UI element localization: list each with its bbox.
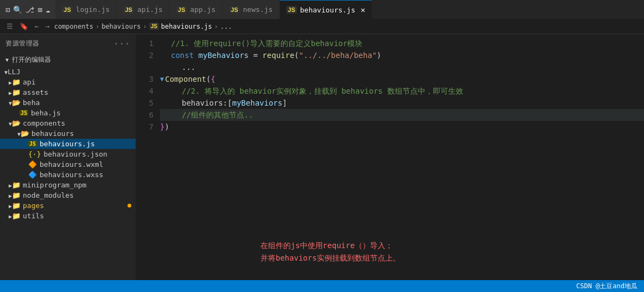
folder-icon: 📁 bbox=[12, 212, 21, 220]
line-num-1: 1 bbox=[136, 37, 154, 49]
code-var: myBehaviors bbox=[199, 49, 249, 61]
bc-js-icon: JS bbox=[149, 23, 159, 30]
modified-badge bbox=[127, 204, 131, 207]
main-area: 资源管理器 ··· 打开的编辑器 LLJ 📁 api 📁 assets 📂 be… bbox=[0, 34, 644, 280]
folder-open-icon: 📂 bbox=[12, 119, 21, 127]
folder-label: miniprogram_npm bbox=[23, 181, 136, 189]
code-paren: ) bbox=[164, 121, 169, 133]
breadcrumb-sep2: › bbox=[143, 23, 146, 30]
tab-api[interactable]: JS api.js bbox=[117, 0, 169, 19]
js-file-badge: JS bbox=[176, 6, 187, 14]
file-label: behaviours.wxss bbox=[40, 171, 136, 179]
js-file-badge: JS bbox=[229, 6, 239, 14]
code-line-ellipsis: ... bbox=[160, 61, 644, 73]
sidebar-item-behaviours-json[interactable]: {·} behaviours.json bbox=[0, 149, 136, 159]
tab-label: app.js bbox=[190, 5, 215, 14]
code-bracket: { bbox=[211, 73, 215, 85]
sidebar-item-behaviours-js[interactable]: JS behaviours.js bbox=[0, 139, 136, 149]
sidebar-title: 资源管理器 bbox=[5, 39, 40, 48]
code-comment: //2. 将导入的 behavior实例对象，挂载到 behaviors 数组节… bbox=[160, 85, 463, 97]
search-icon[interactable]: 🔍 bbox=[13, 5, 22, 14]
sidebar-item-behaviours-wxml[interactable]: 🔶 behaviours.wxml bbox=[0, 159, 136, 170]
wxml-file-icon: 🔶 bbox=[28, 160, 37, 168]
line-num-blank bbox=[136, 61, 154, 73]
folder-icon: 📁 bbox=[12, 181, 21, 189]
sidebar-item-behaviours-wxss[interactable]: 🔷 behaviours.wxss bbox=[0, 170, 136, 180]
folder-label: api bbox=[23, 78, 136, 86]
close-icon[interactable]: ✕ bbox=[361, 5, 365, 14]
js-file-icon: JS bbox=[28, 141, 37, 147]
sidebar-header: 资源管理器 ··· bbox=[0, 34, 136, 53]
sidebar-item-pages[interactable]: 📁 pages bbox=[0, 200, 136, 211]
activity-bar-icons: ⊡ 🔍 ⎇ ⊞ ☁ bbox=[0, 0, 55, 19]
breadcrumb-behaviours-folder[interactable]: behaviours bbox=[101, 23, 141, 30]
sidebar-item-components[interactable]: 📂 components bbox=[0, 118, 136, 128]
breadcrumb-components[interactable]: components bbox=[54, 23, 93, 30]
code-lines: //1. 使用require()导入需要的自定义behavior模块 const… bbox=[160, 36, 644, 278]
breadcrumb-current-file[interactable]: behaviours.js bbox=[161, 23, 212, 30]
line-num-3: 3 bbox=[136, 73, 154, 85]
code-line-3: ▼ Component ( { bbox=[160, 73, 644, 85]
file-label: behaviours.wxml bbox=[40, 160, 136, 168]
forward-icon[interactable]: → bbox=[43, 22, 52, 30]
sidebar-item-behaviours-folder[interactable]: 📂 behaviours bbox=[0, 128, 136, 139]
code-line-2: const myBehaviors = require ( "../../beh… bbox=[160, 49, 644, 61]
folder-label: node_modules bbox=[23, 191, 136, 199]
annotation-line1: 在组件的js中使用require（）导入； bbox=[260, 239, 400, 251]
code-prop: behaviors: bbox=[160, 97, 227, 109]
code-line-6: //组件的其他节点.. bbox=[160, 109, 644, 121]
sidebar-item-assets[interactable]: 📁 assets bbox=[0, 87, 136, 98]
line-num-7: 7 bbox=[136, 121, 154, 133]
remote-icon[interactable]: ☁ bbox=[46, 5, 50, 14]
folder-icon: 📁 bbox=[12, 88, 21, 96]
tab-news[interactable]: JS news.js bbox=[222, 0, 279, 19]
code-bracket-open: [ bbox=[227, 97, 232, 109]
fold-arrow-icon[interactable]: ▼ bbox=[160, 73, 164, 85]
file-label: behaviours.js bbox=[40, 140, 136, 148]
js-file-badge: JS bbox=[62, 6, 72, 14]
annotation-line2: 并将behaviors实例挂载到数组节点上。 bbox=[260, 252, 400, 264]
folder-label: behaviours bbox=[31, 129, 136, 138]
tab-label: api.js bbox=[137, 5, 163, 14]
bookmark-icon[interactable]: 🔖 bbox=[17, 22, 30, 30]
wxss-file-icon: 🔷 bbox=[28, 171, 37, 179]
code-paren-close: ) bbox=[377, 49, 381, 61]
sidebar-item-utils[interactable]: 📁 utils bbox=[0, 211, 136, 221]
code-line-5: behaviors: [ myBehaviors ] bbox=[160, 97, 644, 109]
source-control-icon[interactable]: ⎇ bbox=[25, 5, 34, 14]
sidebar-item-api[interactable]: 📁 api bbox=[0, 77, 136, 87]
files-icon[interactable]: ⊡ bbox=[5, 5, 10, 14]
breadcrumb-bar: ☰ 🔖 ← → components › behaviours › JS beh… bbox=[0, 19, 644, 34]
code-paren: ( bbox=[295, 49, 299, 61]
open-editors-section[interactable]: 打开的编辑器 bbox=[0, 53, 136, 67]
sidebar-item-beha-js[interactable]: JS beha.js bbox=[0, 108, 136, 118]
extensions-icon[interactable]: ⊞ bbox=[37, 5, 42, 14]
code-comment: //组件的其他节点.. bbox=[160, 109, 253, 121]
tab-app[interactable]: JS app.js bbox=[170, 0, 222, 19]
folder-label: components bbox=[23, 119, 136, 127]
tab-login[interactable]: JS login.js bbox=[55, 0, 117, 19]
tab-label: behaviours.js bbox=[300, 6, 355, 14]
code-line-1: //1. 使用require()导入需要的自定义behavior模块 bbox=[160, 37, 644, 49]
line-num-5: 5 bbox=[136, 97, 154, 109]
sidebar-item-beha[interactable]: 📂 beha bbox=[0, 98, 136, 108]
sidebar: 资源管理器 ··· 打开的编辑器 LLJ 📁 api 📁 assets 📂 be… bbox=[0, 34, 136, 280]
back-icon[interactable]: ← bbox=[33, 22, 41, 30]
list-icon[interactable]: ☰ bbox=[4, 22, 15, 30]
project-root[interactable]: LLJ bbox=[0, 67, 136, 77]
code-function: require bbox=[263, 49, 295, 61]
more-icon[interactable]: ··· bbox=[113, 38, 130, 49]
tab-behaviours[interactable]: JS behaviours.js ✕ bbox=[280, 0, 373, 19]
code-line-4: //2. 将导入的 behavior实例对象，挂载到 behaviors 数组节… bbox=[160, 85, 644, 97]
json-file-icon: {·} bbox=[28, 150, 41, 158]
sidebar-item-miniprogram-npm[interactable]: 📁 miniprogram_npm bbox=[0, 180, 136, 190]
folder-label: assets bbox=[23, 88, 136, 96]
folder-icon: 📁 bbox=[12, 78, 21, 86]
code-bracket-close: ] bbox=[282, 97, 286, 109]
project-name: LLJ bbox=[8, 68, 20, 76]
code-operator: = bbox=[248, 49, 262, 61]
annotation-box: 在组件的js中使用require（）导入； 并将behaviors实例挂载到数组… bbox=[260, 239, 400, 264]
breadcrumb-ellipsis[interactable]: ... bbox=[220, 23, 232, 30]
folder-label: pages bbox=[23, 202, 127, 210]
sidebar-item-node-modules[interactable]: 📁 node_modules bbox=[0, 190, 136, 200]
